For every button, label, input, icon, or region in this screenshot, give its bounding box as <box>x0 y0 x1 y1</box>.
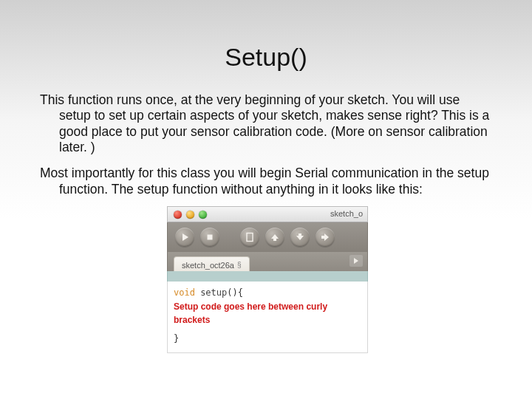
ide-tabbar: sketch_oct26a § <box>167 252 368 271</box>
right-caret-icon <box>352 258 360 264</box>
new-button[interactable] <box>240 228 259 247</box>
tab-section-mark: § <box>237 261 242 269</box>
window-title-text: sketch_o <box>330 209 363 218</box>
open-button[interactable] <box>265 228 284 247</box>
up-arrow-icon <box>270 233 280 242</box>
svg-marker-3 <box>271 234 279 241</box>
stop-icon <box>205 233 214 242</box>
keyword-void: void <box>174 287 195 298</box>
run-button[interactable] <box>175 228 194 247</box>
close-icon[interactable] <box>174 211 182 219</box>
window-traffic-lights <box>168 211 207 219</box>
code-editor[interactable]: void setup(){ Setup code goes here betwe… <box>167 282 368 353</box>
sig-rest: (){ <box>227 287 243 298</box>
tab-menu-button[interactable] <box>349 255 363 267</box>
tab-label: sketch_oct26a <box>182 261 234 270</box>
code-close-brace: } <box>174 332 361 346</box>
svg-marker-4 <box>296 233 304 240</box>
stop-button[interactable] <box>200 228 219 247</box>
code-comment-line: Setup code goes here between curly brack… <box>174 300 361 327</box>
paragraph-1: This function runs once, at the very beg… <box>40 92 492 155</box>
ide-status-strip <box>167 271 368 282</box>
slide-body: This function runs once, at the very beg… <box>0 92 532 353</box>
svg-rect-2 <box>247 233 253 242</box>
slide: Setup() This function runs once, at the … <box>0 0 532 399</box>
code-line-1: void setup(){ <box>174 286 361 300</box>
zoom-icon[interactable] <box>199 211 207 219</box>
save-button[interactable] <box>290 228 310 247</box>
paragraph-2: Most importantly for this class you will… <box>40 166 492 197</box>
ide-window: sketch_o <box>167 206 368 353</box>
svg-rect-1 <box>208 235 213 240</box>
right-arrow-icon <box>320 233 330 242</box>
minimize-icon[interactable] <box>186 211 194 219</box>
svg-marker-5 <box>321 233 329 241</box>
svg-marker-0 <box>183 233 188 241</box>
export-button[interactable] <box>316 228 335 247</box>
window-titlebar: sketch_o <box>167 206 368 222</box>
tab-sketch[interactable]: sketch_oct26a § <box>174 256 250 271</box>
down-arrow-icon <box>295 233 305 242</box>
func-name: setup <box>195 287 227 298</box>
new-file-icon <box>245 232 254 242</box>
slide-title: Setup() <box>0 0 532 92</box>
ide-screenshot: sketch_o <box>167 206 492 353</box>
ide-toolbar <box>167 222 368 252</box>
play-icon <box>180 233 189 242</box>
svg-marker-6 <box>354 258 358 264</box>
